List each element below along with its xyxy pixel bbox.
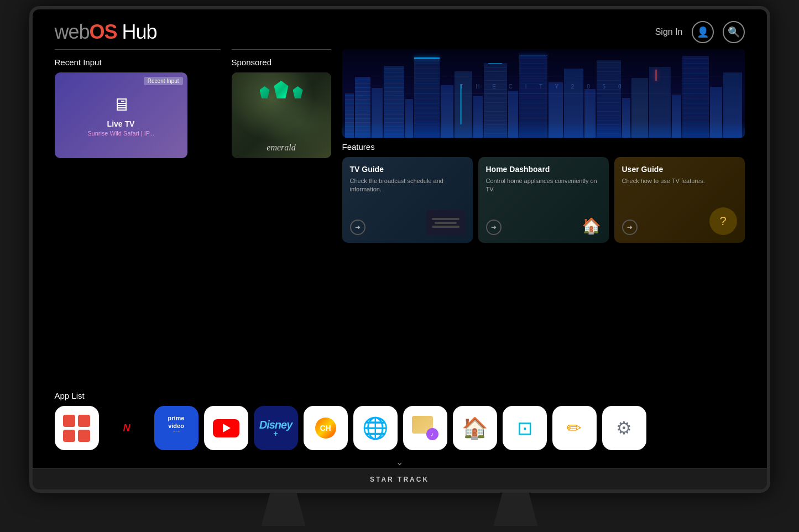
youtube-play-triangle [223,424,231,432]
prime-arrow: ⌒ [172,430,181,441]
user-guide-desc: Check how to use TV features. [622,177,737,185]
recent-input-badge: Recent Input [144,77,183,85]
app-edit[interactable]: ✏ [552,406,597,450]
app-list-section: App List N [33,387,767,456]
city-text: T H E C I T Y 2 0 5 0 [460,84,627,90]
ch-circle: CH [315,418,336,439]
tv-brand: STAR TRACK [370,476,429,483]
tv-guide-arrow[interactable]: ➔ [350,220,365,235]
screen-capture-icon: ⊡ [517,417,532,439]
netflix-logo: N [123,423,130,434]
divider [232,49,331,50]
features-grid: TV Guide Check the broadcast schedule an… [342,157,745,243]
all-apps-grid [56,408,97,448]
youtube-play-button [213,419,239,437]
tv-guide-mini-screen [426,210,465,235]
pencil-icon: ✏ [567,418,582,439]
home-icon: 🏠 [462,416,488,440]
gallery-content: ♪ [412,416,438,440]
app-browser[interactable]: 🌐 [353,406,398,450]
tv-bezel-bottom: STAR TRACK [33,468,767,489]
user-guide-card[interactable]: User Guide Check how to use TV features.… [614,157,745,243]
app-icons-row: N primevideo ⌒ [55,406,745,450]
prime-logo: primevideo [168,415,185,429]
app-live-channels[interactable]: CH [304,406,348,450]
tv-guide-desc: Check the broadcast schedule and informa… [350,177,465,194]
stand-left [262,493,306,526]
sponsored-card[interactable]: emerald [232,72,331,158]
app-netflix[interactable]: N [105,406,149,450]
tv-screen: webOS Hub Sign In 👤 🔍 Recent Input Recen… [33,9,767,468]
home-dashboard-title: Home Dashboard [486,165,601,174]
tv-body: webOS Hub Sign In 👤 🔍 Recent Input Recen… [29,6,770,493]
monitor-icon: 🖥 [112,95,130,115]
left-panel: Recent Input Recent Input 🖥 Live TV Sunr… [55,49,221,387]
sponsored-bg: emerald [232,72,331,158]
live-tv-label: Live TV [107,119,135,128]
header-right: Sign In 👤 🔍 [655,21,745,43]
disney-content: Disney + [259,419,293,438]
tv-guide-card[interactable]: TV Guide Check the broadcast schedule an… [342,157,473,243]
hero-city: T H E C I T Y 2 0 5 0 [342,49,745,138]
app-youtube[interactable] [204,406,248,450]
sponsored-section: Sponsored emerald [232,49,331,387]
user-guide-title: User Guide [622,165,737,174]
sponsored-title: Sponsored [232,58,331,67]
home-dashboard-card[interactable]: Home Dashboard Control home appliances c… [478,157,609,243]
app-prime-video[interactable]: primevideo ⌒ [154,406,199,450]
user-guide-decoration: ? [709,207,737,235]
user-icon[interactable]: 👤 [692,21,714,43]
app-home-dashboard[interactable]: 🏠 [453,406,497,450]
divider [55,49,221,50]
app-all-apps[interactable] [55,406,99,450]
app-disney-plus[interactable]: Disney + [254,406,298,450]
logo: webOS Hub [55,20,157,44]
features-section: Features TV Guide Check the broadcast sc… [342,142,745,243]
youtube-content [204,406,248,450]
music-note-icon: ♪ [426,428,438,440]
features-title: Features [342,142,745,152]
emerald-text: emerald [267,143,295,153]
user-guide-arrow[interactable]: ➔ [622,220,638,235]
settings-gear-icon: ⚙ [616,418,632,439]
tv-guide-title: TV Guide [350,165,465,174]
logo-hub: Hub [117,20,157,43]
disney-plus-sign: + [273,429,278,438]
logo-web: web [55,20,90,43]
search-icon[interactable]: 🔍 [723,21,745,43]
screen-content: webOS Hub Sign In 👤 🔍 Recent Input Recen… [33,9,767,468]
app-screen-capture[interactable]: ⊡ [503,406,547,450]
right-panel: T H E C I T Y 2 0 5 0 Features TV Guide [342,49,745,387]
header: webOS Hub Sign In 👤 🔍 [33,9,767,49]
logo-os: OS [90,20,117,43]
home-dash-decoration: 🏠 [582,217,601,235]
live-channels-content: CH [315,418,336,439]
recent-input-title: Recent Input [55,58,221,67]
app-settings[interactable]: ⚙ [602,406,646,450]
app-gallery[interactable]: ♪ [403,406,447,450]
stand-right [494,493,538,526]
scroll-down-chevron[interactable]: ⌄ [33,456,767,468]
main-area: Recent Input Recent Input 🖥 Live TV Sunr… [33,49,767,387]
hero-banner: T H E C I T Y 2 0 5 0 [342,49,745,138]
app-list-title: App List [55,391,745,400]
globe-icon: 🌐 [362,416,388,440]
tv-stands [262,493,538,526]
live-tv-subtitle: Sunrise Wild Safari | IP... [87,130,154,137]
recent-input-card[interactable]: Recent Input 🖥 Live TV Sunrise Wild Safa… [55,72,187,158]
home-dashboard-arrow[interactable]: ➔ [486,220,502,235]
sign-in-text: Sign In [655,27,683,37]
home-dashboard-desc: Control home appliances conveniently on … [486,177,601,194]
prime-content: primevideo ⌒ [168,415,185,441]
